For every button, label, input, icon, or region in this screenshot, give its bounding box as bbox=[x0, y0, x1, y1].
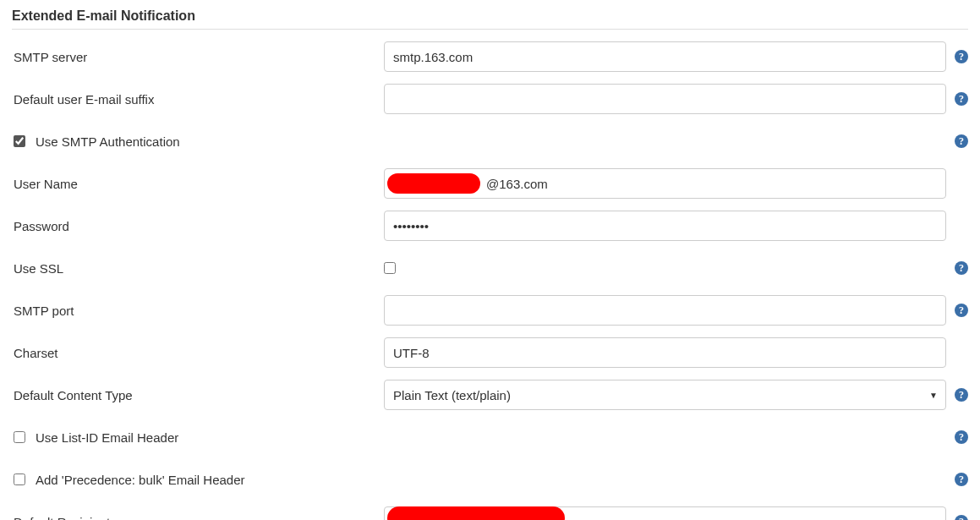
password-input[interactable] bbox=[384, 211, 946, 241]
section-title: Extended E-mail Notification bbox=[12, 8, 968, 30]
help-icon[interactable]: ? bbox=[955, 473, 968, 486]
help-icon[interactable]: ? bbox=[955, 304, 968, 317]
label-default-suffix: Default user E-mail suffix bbox=[12, 92, 384, 107]
default-content-type-select[interactable]: Plain Text (text/plain) bbox=[384, 380, 946, 410]
label-smtp-port: SMTP port bbox=[12, 304, 384, 318]
use-smtp-auth-checkbox[interactable] bbox=[14, 135, 25, 147]
row-default-content-type: Default Content Type Plain Text (text/pl… bbox=[12, 376, 968, 413]
default-suffix-input[interactable] bbox=[384, 84, 946, 114]
user-name-input[interactable] bbox=[384, 168, 946, 199]
add-precedence-checkbox[interactable] bbox=[14, 473, 25, 485]
help-icon[interactable]: ? bbox=[955, 261, 968, 275]
use-list-id-text: Use List-ID Email Header bbox=[36, 430, 178, 445]
label-use-ssl: Use SSL bbox=[12, 261, 384, 276]
use-ssl-checkbox[interactable] bbox=[384, 262, 396, 274]
default-recipients-input[interactable] bbox=[384, 506, 946, 520]
label-default-content-type: Default Content Type bbox=[12, 388, 384, 402]
use-smtp-auth-text: Use SMTP Authentication bbox=[36, 134, 180, 149]
row-default-recipients: Default Recipients ? bbox=[12, 503, 968, 520]
row-charset: Charset bbox=[12, 334, 968, 371]
row-use-list-id: Use List-ID Email Header ? bbox=[12, 419, 968, 456]
use-list-id-checkbox[interactable] bbox=[14, 431, 25, 443]
label-smtp-server: SMTP server bbox=[12, 50, 384, 64]
smtp-server-input[interactable] bbox=[384, 41, 946, 72]
row-use-smtp-auth: Use SMTP Authentication ? bbox=[12, 123, 968, 160]
help-icon[interactable]: ? bbox=[955, 50, 968, 63]
row-password: Password bbox=[12, 207, 968, 244]
smtp-port-input[interactable] bbox=[384, 295, 946, 326]
row-add-precedence: Add 'Precedence: bulk' Email Header ? bbox=[12, 461, 968, 498]
help-icon[interactable]: ? bbox=[955, 515, 968, 520]
row-smtp-port: SMTP port ? bbox=[12, 292, 968, 329]
help-icon[interactable]: ? bbox=[955, 134, 968, 148]
use-list-id-label[interactable]: Use List-ID Email Header bbox=[14, 430, 178, 445]
label-default-recipients: Default Recipients bbox=[12, 515, 384, 521]
help-icon[interactable]: ? bbox=[955, 430, 968, 444]
label-charset: Charset bbox=[12, 346, 384, 360]
label-user-name: User Name bbox=[12, 177, 384, 191]
use-smtp-auth-label[interactable]: Use SMTP Authentication bbox=[14, 134, 180, 149]
add-precedence-label[interactable]: Add 'Precedence: bulk' Email Header bbox=[14, 473, 245, 487]
label-password: Password bbox=[12, 219, 384, 233]
row-user-name: User Name bbox=[12, 165, 968, 202]
help-icon[interactable]: ? bbox=[955, 388, 968, 402]
help-icon[interactable]: ? bbox=[955, 92, 968, 106]
add-precedence-text: Add 'Precedence: bulk' Email Header bbox=[36, 473, 245, 487]
row-use-ssl: Use SSL ? bbox=[12, 249, 968, 287]
charset-input[interactable] bbox=[384, 337, 946, 368]
row-smtp-server: SMTP server ? bbox=[12, 38, 968, 75]
row-default-suffix: Default user E-mail suffix ? bbox=[12, 80, 968, 118]
